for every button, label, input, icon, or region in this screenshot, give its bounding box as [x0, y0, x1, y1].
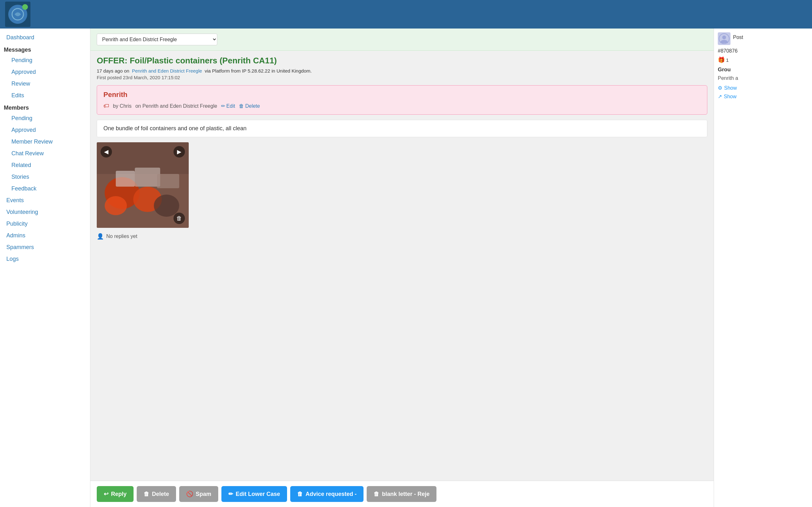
edit-lower-case-button[interactable]: ✏ Edit Lower Case [221, 486, 287, 502]
spam-icon: 🚫 [186, 491, 193, 498]
advice-icon: 🗑 [297, 491, 303, 498]
sidebar-item-messages-edits[interactable]: Edits [0, 90, 90, 101]
sidebar-section-messages: Messages [0, 43, 90, 55]
sidebar-item-members-approved[interactable]: Approved [0, 124, 90, 136]
badge-count: 1 [726, 57, 728, 63]
group-select[interactable]: Penrith and Eden District Freegle [97, 34, 217, 45]
image-delete-button[interactable]: 🗑 [173, 213, 185, 224]
main-layout: Dashboard Messages Pending Approved Revi… [0, 29, 812, 507]
reply-button[interactable]: ↩ Reply [97, 486, 134, 502]
sidebar-item-related[interactable]: Related [0, 159, 90, 171]
svg-rect-7 [116, 171, 135, 187]
svg-rect-8 [157, 174, 179, 188]
blank-icon: 🗑 [374, 491, 379, 498]
pencil-icon: ✏ [221, 103, 225, 109]
right-avatar [718, 32, 730, 45]
no-replies: 👤 No replies yet [97, 233, 707, 240]
content-area: Penrith and Eden District Freegle OFFER:… [90, 29, 714, 507]
delete-icon: 🗑 [144, 491, 149, 498]
right-badge: 🎁 1 [718, 56, 728, 63]
delete-button[interactable]: 🗑 Delete [137, 486, 176, 502]
image-container: ◀ ▶ 🗑 [97, 142, 189, 228]
svg-point-5 [105, 196, 127, 215]
arrow-icon: ↗ [718, 94, 722, 100]
sidebar-item-spammers[interactable]: Spammers [0, 241, 90, 253]
spam-button[interactable]: 🚫 Spam [179, 486, 218, 502]
sidebar-item-volunteering[interactable]: Volunteering [0, 206, 90, 218]
post-card: Penrith 🏷 by Chris on Penrith and Eden D… [97, 85, 707, 115]
sidebar-item-events[interactable]: Events [0, 194, 90, 206]
right-group-label: Grou [718, 66, 808, 73]
right-sidebar: Post #870876 🎁 1 Grou Penrith a ⚙ Show ↗… [714, 29, 812, 507]
app-logo [5, 2, 31, 27]
post-location: Penrith [103, 91, 701, 99]
sidebar-item-members-pending[interactable]: Pending [0, 112, 90, 124]
sidebar-item-stories[interactable]: Stories [0, 171, 90, 183]
post-by: by Chris [113, 103, 132, 109]
image-back-button[interactable]: ◀ [101, 146, 112, 158]
post-delete-button[interactable]: 🗑 Delete [239, 103, 260, 109]
blank-letter-button[interactable]: 🗑 blank letter - Reje [367, 486, 437, 502]
meta-ago: 17 days ago on [97, 68, 130, 73]
message-section: OFFER: Foil/Plastic containers (Penrith … [90, 51, 714, 481]
action-buttons-bar: ↩ Reply 🗑 Delete 🚫 Spam ✏ Edit Lower Cas… [90, 481, 714, 507]
right-group-name: Penrith a [718, 75, 808, 81]
right-show-link-1[interactable]: ⚙ Show [718, 85, 808, 91]
right-show-link-2[interactable]: ↗ Show [718, 94, 808, 100]
right-post-id: Post [733, 35, 743, 40]
sidebar-item-messages-pending[interactable]: Pending [0, 55, 90, 66]
edit-icon: ✏ [229, 491, 233, 498]
sidebar-item-messages-review[interactable]: Review [0, 78, 90, 90]
svg-point-11 [722, 36, 726, 39]
post-card-meta: 🏷 by Chris on Penrith and Eden District … [103, 103, 701, 109]
sidebar-item-feedback[interactable]: Feedback [0, 183, 90, 194]
person-icon: 👤 [97, 233, 104, 240]
message-meta: 17 days ago on Penrith and Eden District… [97, 68, 707, 73]
app-header [0, 0, 812, 29]
settings-icon: ⚙ [718, 85, 722, 91]
right-post-number: #870876 [718, 48, 808, 54]
reply-icon: ↩ [104, 491, 108, 498]
sidebar-section-members: Members [0, 101, 90, 112]
image-forward-button[interactable]: ▶ [173, 146, 185, 158]
message-title: OFFER: Foil/Plastic containers (Penrith … [97, 56, 707, 66]
advice-requested-button[interactable]: 🗑 Advice requested - [290, 486, 363, 502]
right-post-header: Post [718, 32, 808, 45]
left-sidebar: Dashboard Messages Pending Approved Revi… [0, 29, 90, 507]
sidebar-item-messages-approved[interactable]: Approved [0, 66, 90, 78]
sidebar-item-dashboard[interactable]: Dashboard [0, 32, 90, 43]
post-edit-button[interactable]: ✏ Edit [221, 103, 235, 109]
top-section: Penrith and Eden District Freegle [90, 29, 714, 51]
meta-via: via Platform from IP 5.28.62.22 in Unite… [205, 68, 311, 73]
logo-dot [22, 4, 28, 10]
svg-rect-6 [135, 168, 160, 187]
meta-group-link[interactable]: Penrith and Eden District Freegle [132, 68, 202, 73]
tag-icon: 🏷 [103, 103, 109, 109]
no-replies-text: No replies yet [106, 233, 137, 239]
sidebar-item-chat-review[interactable]: Chat Review [0, 148, 90, 159]
svg-point-9 [154, 194, 179, 217]
message-first-posted: First posted 23rd March, 2020 17:15:02 [97, 75, 707, 80]
post-on: on Penrith and Eden District Freegle [136, 103, 217, 109]
sidebar-item-logs[interactable]: Logs [0, 253, 90, 265]
trash-icon: 🗑 [239, 103, 244, 109]
sidebar-item-publicity[interactable]: Publicity [0, 218, 90, 230]
post-description: One bundle of foil containers and one of… [97, 120, 707, 137]
sidebar-item-admins[interactable]: Admins [0, 230, 90, 241]
gift-icon: 🎁 [718, 56, 725, 63]
sidebar-item-member-review[interactable]: Member Review [0, 136, 90, 148]
